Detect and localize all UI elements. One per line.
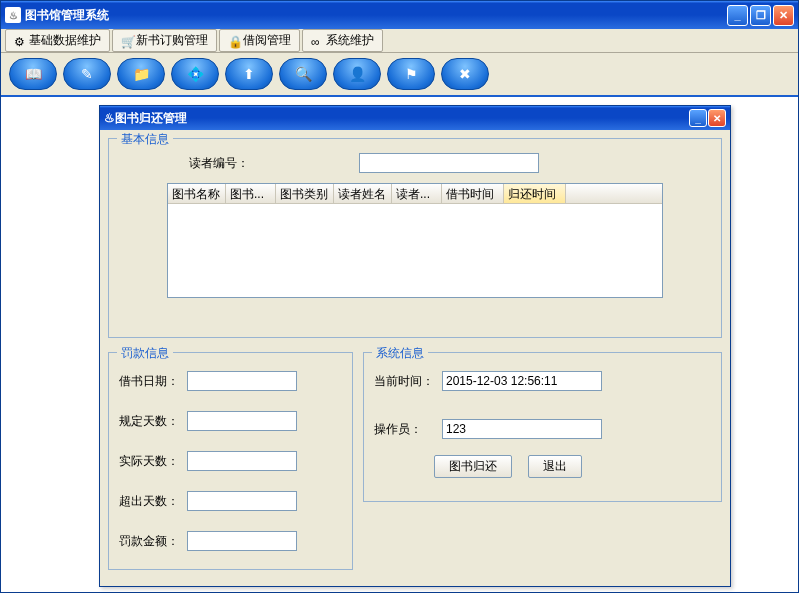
java-icon: ♨ [5,7,21,23]
penalty-label: 罚款金额： [119,533,187,550]
return-window: ♨ 图书归还管理 _ ✕ 基本信息 读者编号： 图书名称图书...图书类别读者姓… [99,105,731,587]
maximize-button[interactable]: ❐ [750,5,771,26]
menu-icon: ⚙ [14,35,26,47]
basic-info-group: 基本信息 读者编号： 图书名称图书...图书类别读者姓名读者...借书时间归还时… [108,138,722,338]
menu-label: 借阅管理 [243,32,291,49]
toolbar-button-0[interactable]: 📖 [9,58,57,90]
penalty-label: 借书日期： [119,373,187,390]
inner-minimize-button[interactable]: _ [689,109,707,127]
penalty-field-0[interactable] [187,371,297,391]
basic-info-legend: 基本信息 [117,131,173,148]
current-time-field [442,371,602,391]
menu-item-2[interactable]: 🔒借阅管理 [219,29,300,52]
toolbar-button-3[interactable]: 💠 [171,58,219,90]
desktop-area: ♨ 图书归还管理 _ ✕ 基本信息 读者编号： 图书名称图书...图书类别读者姓… [1,97,798,592]
menu-icon: 🔒 [228,35,240,47]
penalty-field-4[interactable] [187,531,297,551]
menu-icon: ∞ [311,35,323,47]
menu-label: 系统维护 [326,32,374,49]
menu-label: 基础数据维护 [29,32,101,49]
main-window: ♨ 图书馆管理系统 _ ❐ ✕ ⚙基础数据维护🛒新书订购管理🔒借阅管理∞系统维护… [0,0,799,593]
column-header[interactable]: 读者姓名 [334,184,392,203]
column-header[interactable]: 图书类别 [276,184,334,203]
return-title: 图书归还管理 [115,110,187,127]
menubar: ⚙基础数据维护🛒新书订购管理🔒借阅管理∞系统维护 [1,29,798,53]
operator-label: 操作员： [374,421,442,438]
column-header[interactable]: 图书名称 [168,184,226,203]
toolbar-button-5[interactable]: 🔍 [279,58,327,90]
menu-item-3[interactable]: ∞系统维护 [302,29,383,52]
penalty-field-3[interactable] [187,491,297,511]
main-title: 图书馆管理系统 [25,7,109,24]
toolbar: 📖✎📁💠⬆🔍👤⚑✖ [1,53,798,97]
menu-item-1[interactable]: 🛒新书订购管理 [112,29,217,52]
exit-button[interactable]: 退出 [528,455,582,478]
menu-icon: 🛒 [121,35,133,47]
column-header[interactable]: 归还时间 [504,184,566,203]
penalty-field-1[interactable] [187,411,297,431]
penalty-label: 超出天数： [119,493,187,510]
borrow-table[interactable]: 图书名称图书...图书类别读者姓名读者...借书时间归还时间 [167,183,663,298]
reader-id-input[interactable] [359,153,539,173]
minimize-button[interactable]: _ [727,5,748,26]
toolbar-button-4[interactable]: ⬆ [225,58,273,90]
penalty-field-2[interactable] [187,451,297,471]
main-titlebar[interactable]: ♨ 图书馆管理系统 _ ❐ ✕ [1,1,798,29]
current-time-label: 当前时间： [374,373,442,390]
column-header[interactable]: 图书... [226,184,276,203]
penalty-label: 实际天数： [119,453,187,470]
column-header[interactable]: 读者... [392,184,442,203]
toolbar-button-8[interactable]: ✖ [441,58,489,90]
column-header[interactable]: 借书时间 [442,184,504,203]
operator-field [442,419,602,439]
penalty-legend: 罚款信息 [117,345,173,362]
system-legend: 系统信息 [372,345,428,362]
toolbar-button-2[interactable]: 📁 [117,58,165,90]
close-button[interactable]: ✕ [773,5,794,26]
menu-item-0[interactable]: ⚙基础数据维护 [5,29,110,52]
penalty-label: 规定天数： [119,413,187,430]
return-book-button[interactable]: 图书归还 [434,455,512,478]
reader-id-label: 读者编号： [189,155,249,172]
toolbar-button-6[interactable]: 👤 [333,58,381,90]
return-titlebar[interactable]: ♨ 图书归还管理 _ ✕ [100,106,730,130]
toolbar-button-1[interactable]: ✎ [63,58,111,90]
system-group: 系统信息 当前时间： 操作员： 图书归还 退出 [363,352,722,502]
toolbar-button-7[interactable]: ⚑ [387,58,435,90]
java-icon: ♨ [104,111,115,125]
inner-close-button[interactable]: ✕ [708,109,726,127]
penalty-group: 罚款信息 借书日期：规定天数：实际天数：超出天数：罚款金额： [108,352,353,570]
menu-label: 新书订购管理 [136,32,208,49]
